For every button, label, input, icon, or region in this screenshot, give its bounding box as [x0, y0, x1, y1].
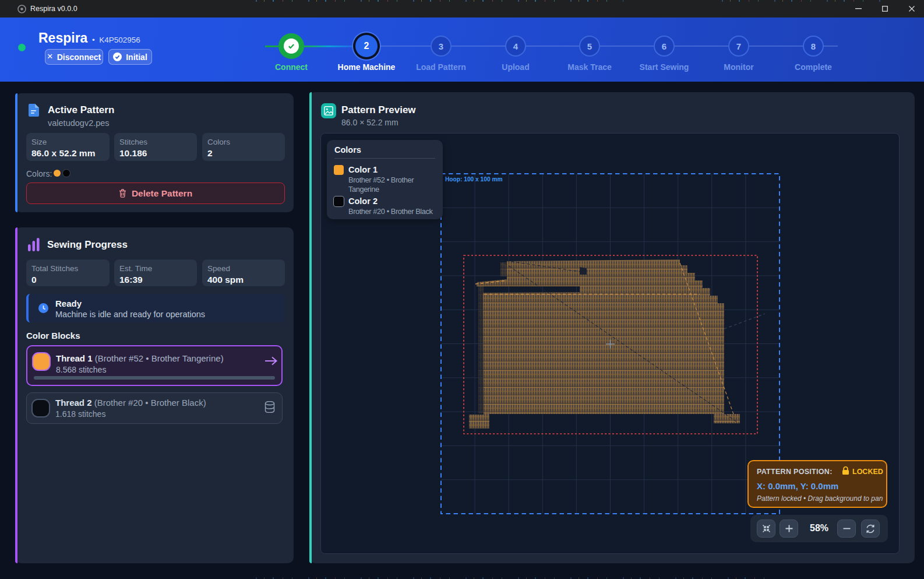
svg-text:Hoop: 100 x 100 mm: Hoop: 100 x 100 mm	[445, 176, 503, 183]
